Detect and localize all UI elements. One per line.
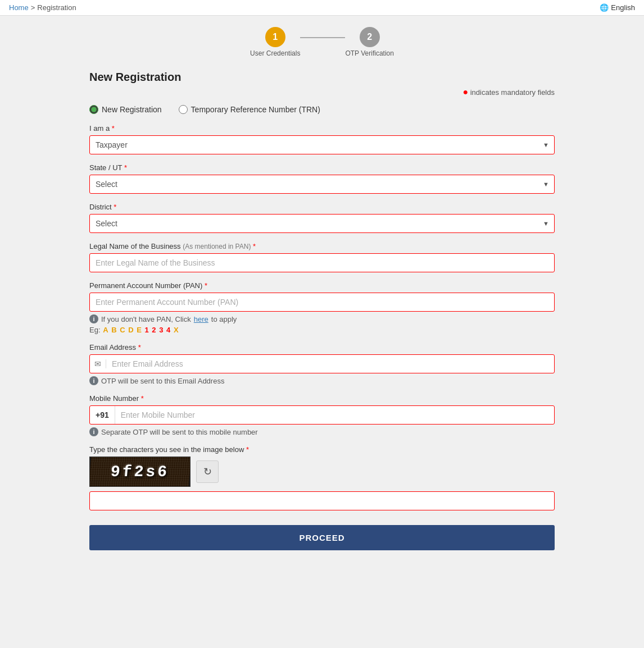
taxpayer-select[interactable]: Taxpayer <box>89 135 555 154</box>
step-1: 1 User Credentials <box>250 27 300 57</box>
radio-trn-label: Temporary Reference Number (TRN) <box>191 105 320 114</box>
pan-label: Permanent Account Number (PAN) * <box>89 281 555 290</box>
captcha-row: 9f2s6 ↻ <box>89 457 555 487</box>
pan-eg-label: Eg: <box>89 326 101 334</box>
radio-trn[interactable]: Temporary Reference Number (TRN) <box>179 105 320 114</box>
state-label: State / UT * <box>89 163 555 172</box>
pan-info-suffix: to apply <box>211 315 237 323</box>
email-input[interactable] <box>106 355 554 373</box>
mobile-prefix: +91 <box>90 406 115 424</box>
pan-num-1: 1 <box>145 326 149 334</box>
pan-input[interactable] <box>89 293 555 312</box>
taxpayer-select-wrapper: Taxpayer <box>89 135 555 154</box>
breadcrumb-current: Registration <box>37 3 76 12</box>
pan-char-X: X <box>174 326 179 334</box>
mobile-label: Mobile Number * <box>89 394 555 403</box>
pan-char-C: C <box>120 326 125 334</box>
step2-label: OTP Verification <box>345 49 393 57</box>
email-icon: ✉ <box>90 359 106 368</box>
pan-num-2: 2 <box>152 326 156 334</box>
email-label: Email Address * <box>89 343 555 352</box>
pan-char-B: B <box>111 326 116 334</box>
email-input-wrapper: ✉ <box>89 354 555 373</box>
legal-name-input[interactable] <box>89 253 555 272</box>
step1-label: User Credentials <box>250 49 300 57</box>
email-info-icon: i <box>89 376 98 385</box>
mobile-input[interactable] <box>115 406 554 424</box>
radio-new-input[interactable] <box>89 105 98 114</box>
registration-type-group: New Registration Temporary Reference Num… <box>89 105 555 114</box>
pan-eg-row: Eg: A B C D E 1 2 3 4 X <box>89 326 555 334</box>
step2-circle: 2 <box>360 27 380 47</box>
district-group: District * Select <box>89 203 555 233</box>
captcha-section: Type the characters you see in the image… <box>89 445 555 510</box>
language-label: English <box>611 3 635 12</box>
mandatory-note: ● indicates mandatory fields <box>89 87 555 97</box>
mobile-input-wrapper: +91 <box>89 405 555 425</box>
captcha-input[interactable] <box>89 491 555 510</box>
pan-here-link[interactable]: here <box>194 315 208 323</box>
state-select-wrapper: Select <box>89 175 555 194</box>
page-title: New Registration <box>89 71 555 84</box>
i-am-a-label: I am a * <box>89 124 555 133</box>
main-content: 1 User Credentials 2 OTP Verification Ne… <box>80 16 564 573</box>
state-select[interactable]: Select <box>89 175 555 194</box>
captcha-image: 9f2s6 <box>89 457 191 487</box>
mandatory-dot: ● <box>462 87 468 97</box>
globe-icon: 🌐 <box>600 3 609 12</box>
email-info-text: OTP will be sent to this Email Address <box>101 377 224 385</box>
mobile-info-text: Separate OTP will be sent to this mobile… <box>101 428 258 436</box>
stepper: 1 User Credentials 2 OTP Verification <box>89 27 555 57</box>
breadcrumb: Home > Registration <box>9 3 76 12</box>
pan-num-3: 3 <box>159 326 163 334</box>
topbar: Home > Registration 🌐 English <box>0 0 644 16</box>
language-selector[interactable]: 🌐 English <box>600 3 635 12</box>
breadcrumb-separator: > <box>31 3 35 12</box>
radio-new-label: New Registration <box>102 105 162 114</box>
step-2: 2 OTP Verification <box>345 27 393 57</box>
district-label: District * <box>89 203 555 211</box>
district-select-wrapper: Select <box>89 214 555 233</box>
legal-name-group: Legal Name of the Business (As mentioned… <box>89 242 555 272</box>
captcha-refresh-button[interactable]: ↻ <box>196 460 219 483</box>
legal-name-label: Legal Name of the Business (As mentioned… <box>89 242 555 250</box>
i-am-a-group: I am a * Taxpayer <box>89 124 555 154</box>
proceed-button[interactable]: PROCEED <box>89 525 555 550</box>
pan-char-E: E <box>137 326 142 334</box>
pan-char-D: D <box>128 326 133 334</box>
mobile-group: Mobile Number * +91 i Separate OTP will … <box>89 394 555 436</box>
legal-name-sublabel: (As mentioned in PAN) <box>183 243 251 250</box>
pan-info-text: If you don't have PAN, Click <box>101 315 191 323</box>
pan-num-4: 4 <box>166 326 170 334</box>
pan-info-icon: i <box>89 314 98 323</box>
district-select[interactable]: Select <box>89 214 555 233</box>
email-info-row: i OTP will be sent to this Email Address <box>89 376 555 385</box>
step1-circle: 1 <box>265 27 285 47</box>
home-link[interactable]: Home <box>9 3 29 12</box>
mobile-info-row: i Separate OTP will be sent to this mobi… <box>89 427 555 436</box>
pan-group: Permanent Account Number (PAN) * i If yo… <box>89 281 555 334</box>
step-connector <box>300 37 345 38</box>
radio-new-registration[interactable]: New Registration <box>89 105 162 114</box>
email-group: Email Address * ✉ i OTP will be sent to … <box>89 343 555 385</box>
captcha-label: Type the characters you see in the image… <box>89 445 555 454</box>
pan-char-A: A <box>103 326 108 334</box>
radio-trn-input[interactable] <box>179 105 188 114</box>
state-group: State / UT * Select <box>89 163 555 194</box>
captcha-text-display: 9f2s6 <box>89 457 191 486</box>
mobile-info-icon: i <box>89 427 98 436</box>
pan-info-row: i If you don't have PAN, Click here to a… <box>89 314 555 323</box>
